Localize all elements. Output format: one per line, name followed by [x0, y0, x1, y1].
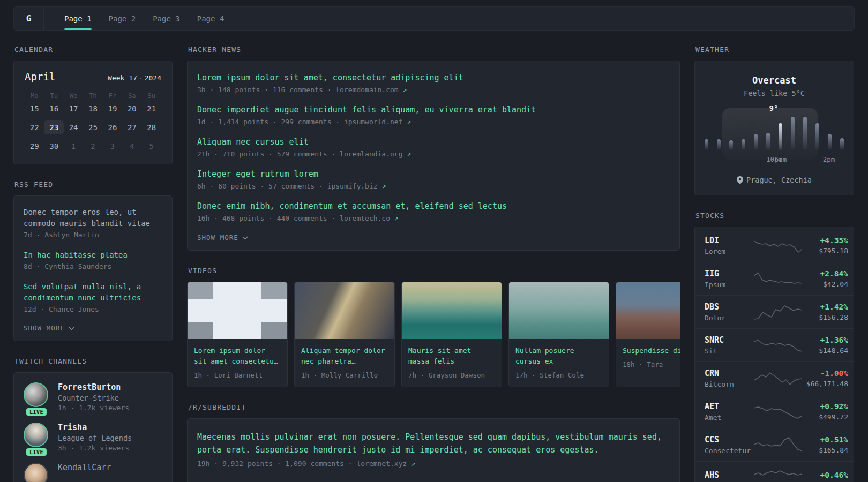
- stock-row[interactable]: CCS Consectetur +0.51% $165.84: [695, 428, 854, 461]
- rss-item: Sed volutpat nulla nisl, a condimentum n…: [24, 281, 162, 313]
- video-thumbnail[interactable]: [295, 282, 394, 339]
- stock-ticker: DBS: [705, 302, 754, 312]
- twitch-channel-name[interactable]: ForrestBurton: [58, 382, 129, 392]
- video-title-link[interactable]: Aliquam tempor dolor nec pharetra…: [301, 345, 388, 367]
- video-title-link[interactable]: Mauris sit amet massa felis: [408, 345, 495, 367]
- rss-item-link[interactable]: Donec tempor eros leo, ut commodo mauris…: [24, 207, 162, 229]
- videos-section: VIDEOS Lorem ipsum dolor sit amet consec…: [187, 267, 680, 387]
- calendar-weekday: Tu: [44, 92, 63, 102]
- hackernews-item-link[interactable]: Integer eget rutrum lorem: [197, 169, 670, 179]
- page-tab[interactable]: Page 1: [64, 7, 92, 30]
- stock-price: $795.18: [802, 247, 848, 255]
- show-more-label: SHOW MORE: [197, 234, 238, 242]
- stock-row[interactable]: LDI Lorem +4.35% $795.18: [695, 229, 854, 262]
- stock-name: Consectetur: [705, 447, 754, 455]
- rss-item-link[interactable]: In hac habitasse platea: [24, 250, 162, 261]
- external-link-icon[interactable]: ↗: [407, 150, 411, 158]
- calendar-day: 21: [142, 102, 161, 116]
- stock-row[interactable]: IIG Ipsum +2.84% $42.04: [695, 262, 854, 295]
- weather-feels-like: Feels like 5°C: [705, 89, 844, 97]
- stock-values: +0.51% $165.84: [802, 435, 848, 454]
- page-tab[interactable]: Page 4: [197, 7, 225, 30]
- rss-show-more-button[interactable]: SHOW MORE: [24, 324, 162, 332]
- calendar-section-title: CALENDAR: [14, 46, 173, 54]
- weather-condition: Overcast: [705, 75, 844, 86]
- calendar-day: 16: [44, 102, 63, 116]
- app-logo[interactable]: G: [14, 7, 44, 30]
- stock-ticker: IIG: [705, 269, 754, 278]
- videos-section-title: VIDEOS: [188, 267, 680, 275]
- stock-row[interactable]: DBS Dolor +1.42% $156.28: [695, 295, 854, 328]
- stock-ticker: SNRC: [705, 335, 754, 345]
- external-link-icon[interactable]: ↗: [403, 86, 407, 94]
- video-title-link[interactable]: Lorem ipsum dolor sit amet consectetu…: [194, 345, 281, 367]
- calendar-weekday: Sa: [122, 92, 141, 102]
- stock-sparkline: [754, 437, 802, 453]
- calendar-card: April Week 17·2024 Mo Tu We Th: [13, 61, 173, 164]
- video-title-link[interactable]: Nullam posuere cursus ex: [515, 345, 602, 367]
- stock-row[interactable]: AHS +0.46%: [695, 461, 854, 482]
- avatar[interactable]: [24, 463, 48, 482]
- stock-percent-change: +0.46%: [802, 471, 848, 479]
- stocks-list: LDI Lorem +4.35% $795.18: [695, 229, 854, 482]
- twitch-channel-row: LIVE ForrestBurton Counter-Strike 1h · 1…: [24, 382, 162, 412]
- video-thumbnail[interactable]: [616, 282, 680, 339]
- video-meta: 17h · Stefan Cole: [515, 371, 602, 379]
- stock-price: $42.04: [802, 280, 848, 288]
- calendar-day: 19: [103, 102, 122, 116]
- weather-hour-bar: [815, 123, 819, 150]
- twitch-channel-name[interactable]: KendallCarr: [58, 463, 111, 472]
- video-thumbnail[interactable]: [402, 282, 502, 339]
- subreddit-post-link[interactable]: Maecenas mollis pulvinar erat non posuer…: [197, 431, 670, 456]
- hackernews-item-link[interactable]: Lorem ipsum dolor sit amet, consectetur …: [197, 73, 670, 82]
- external-link-icon[interactable]: ↗: [411, 460, 415, 468]
- hackernews-item-link[interactable]: Donec imperdiet augue tincidunt felis al…: [197, 105, 670, 115]
- calendar-weekday: Mo: [25, 92, 44, 102]
- page-tab[interactable]: Page 2: [109, 7, 136, 30]
- rss-item-meta: 8d · Cynthia Saunders: [24, 262, 162, 270]
- avatar[interactable]: [24, 423, 48, 447]
- hackernews-item-link[interactable]: Aliquam nec cursus elit: [197, 137, 670, 147]
- stock-price: $66,171.48: [802, 380, 848, 388]
- hackernews-item-link[interactable]: Donec enim nibh, condimentum et accumsan…: [197, 201, 670, 211]
- calendar-day: 17: [64, 102, 83, 116]
- video-thumbnail[interactable]: [509, 282, 609, 339]
- page-tab[interactable]: Page 3: [153, 7, 180, 30]
- video-title-link[interactable]: Suspendisse diam: [623, 345, 680, 356]
- stock-sparkline-wrap: [754, 468, 802, 482]
- twitch-channel-info: ForrestBurton Counter-Strike 1h · 1.7k v…: [58, 382, 129, 412]
- stock-values: +0.46%: [802, 471, 848, 481]
- avatar[interactable]: [24, 382, 48, 407]
- video-card: Mauris sit amet massa felis 7h · Grayson…: [401, 282, 502, 387]
- external-link-icon[interactable]: ↗: [381, 182, 386, 190]
- hackernews-list: Lorem ipsum dolor sit amet, consectetur …: [197, 73, 670, 222]
- twitch-channel-name[interactable]: Trisha: [58, 423, 132, 432]
- video-thumbnail[interactable]: [188, 282, 287, 339]
- hackernews-item-meta-text: 1d · 1,414 points · 299 comments · ipsum…: [197, 118, 403, 126]
- rss-item-link[interactable]: Sed volutpat nulla nisl, a condimentum n…: [24, 281, 162, 304]
- stock-percent-change: +1.42%: [802, 303, 848, 311]
- stock-row[interactable]: SNRC Sit +1.36% $148.64: [695, 328, 854, 362]
- twitch-channel-meta: 3h · 1.2k viewers: [58, 444, 132, 452]
- stock-row[interactable]: AET Amet +0.92% $499.72: [695, 395, 854, 428]
- stock-sparkline-wrap: [754, 404, 802, 420]
- hackernews-item-meta: 3h · 148 points · 116 comments · loremdo…: [197, 86, 670, 94]
- page-tab-label: Page 4: [197, 14, 225, 23]
- external-link-icon[interactable]: ↗: [407, 118, 411, 126]
- stock-id: AHS: [705, 470, 754, 482]
- subreddit-post-list: Maecenas mollis pulvinar erat non posuer…: [197, 431, 670, 468]
- stock-row[interactable]: CRN Bitcorn -1.00% $66,171.48: [695, 362, 854, 395]
- calendar-day: 22: [25, 120, 44, 134]
- stock-ticker: CCS: [705, 435, 754, 445]
- hackernews-item-meta-text: 21h · 710 points · 579 comments · loreml…: [197, 150, 403, 158]
- page-tab-label: Page 2: [109, 14, 136, 23]
- external-link-icon[interactable]: ↗: [394, 214, 399, 222]
- twitch-channel-category: Counter-Strike: [58, 394, 129, 402]
- page-tab-label: Page 1: [64, 14, 92, 23]
- hackernews-show-more-button[interactable]: SHOW MORE: [197, 234, 670, 242]
- stock-sparkline-wrap: [754, 271, 802, 287]
- stocks-card: LDI Lorem +4.35% $795.18: [694, 227, 854, 482]
- calendar-weekday-row: Mo Tu We Th Fr Sa Su: [25, 92, 161, 102]
- stock-ticker: CRN: [705, 368, 754, 378]
- stock-name: Bitcorn: [705, 380, 754, 388]
